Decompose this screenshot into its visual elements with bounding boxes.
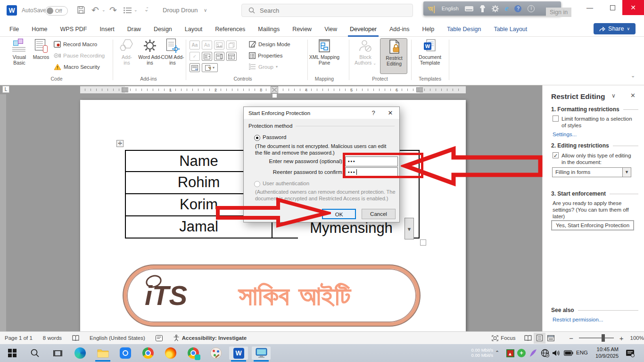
xml-mapping-pane-button[interactable]: XML Mapping Pane [302, 39, 347, 66]
text-predictions-icon[interactable] [156, 335, 163, 341]
tab-layout[interactable]: Layout [185, 26, 203, 33]
tab-table-layout[interactable]: Table Layout [494, 26, 527, 33]
browser-e-icon[interactable]: e [505, 4, 509, 13]
table-move-handle[interactable]: ✛ [116, 140, 124, 147]
collapse-ribbon-icon[interactable]: ⌄ [631, 73, 635, 79]
zoom-in-button[interactable]: + [619, 334, 624, 342]
zoom-percentage[interactable]: 100% [630, 335, 644, 341]
restore-button[interactable] [602, 0, 623, 15]
yes-start-enforcing-button[interactable]: Yes, Start Enforcing Protection [551, 220, 634, 230]
tab-add-ins[interactable]: Add-ins [389, 26, 409, 33]
column-marker-handle[interactable] [272, 93, 277, 98]
tab-help[interactable]: Help [422, 26, 434, 33]
avro-info-icon[interactable]: i [528, 5, 535, 12]
tab-references[interactable]: References [215, 26, 245, 33]
sign-in-label[interactable]: Sign in [546, 8, 571, 17]
select-dropdown-icon[interactable]: ▼ [622, 167, 631, 177]
tab-insert[interactable]: Insert [99, 26, 114, 33]
tab-home[interactable]: Home [32, 26, 47, 33]
search-input[interactable] [260, 7, 392, 14]
table-column-marker[interactable] [416, 87, 423, 92]
vertical-ruler[interactable] [0, 94, 6, 331]
tab-selector[interactable]: L [2, 86, 9, 93]
dropdown-list-control-icon[interactable] [214, 52, 224, 61]
tab-wps-pdf[interactable]: WPS PDF [60, 26, 87, 33]
checkbox-control-icon[interactable]: ✓ [190, 52, 200, 61]
undo-dropdown-icon[interactable]: ⌄ [102, 8, 106, 12]
firefox-icon[interactable] [161, 346, 180, 360]
word-count[interactable]: 8 words [43, 335, 62, 341]
antivirus-tray-icon[interactable]: + [517, 348, 526, 358]
bullets-dropdown-icon[interactable]: ⌄ [134, 8, 138, 12]
dialog-close-icon[interactable]: ✕ [383, 107, 397, 119]
visual-basic-button[interactable]: Visual Basic [8, 39, 31, 66]
clock[interactable]: 10:45 AM 10/9/2025 [595, 346, 619, 359]
user-authentication-label[interactable]: User authentication [263, 181, 309, 186]
building-block-control-icon[interactable] [226, 41, 237, 49]
zoom-out-button[interactable]: − [569, 334, 573, 342]
table-column-marker[interactable] [122, 87, 128, 92]
start-button[interactable] [3, 346, 22, 360]
cancel-button[interactable]: Cancel [362, 209, 396, 219]
macros-button[interactable]: Macros [30, 39, 52, 60]
tray-chevron-up-icon[interactable]: ⌃ [495, 350, 499, 356]
edge-icon[interactable] [71, 346, 90, 360]
page-indicator[interactable]: Page 1 of 1 [5, 335, 33, 341]
settings-link[interactable]: Settings... [553, 132, 577, 137]
search-box[interactable] [241, 4, 413, 17]
com-addins-button[interactable]: COM Add-ins [161, 39, 184, 66]
combo-box-control-icon[interactable] [202, 52, 212, 61]
doc-title-dropdown-icon[interactable]: ∨ [204, 8, 207, 13]
task-view-icon[interactable] [48, 346, 67, 360]
record-macro-button[interactable]: Record Macro [54, 41, 97, 48]
panel-chevron-down-icon[interactable]: ∨ [611, 92, 616, 99]
company-logo[interactable]: iTS সাকিব আইটি [124, 265, 420, 326]
notification-center-icon[interactable] [625, 348, 635, 358]
taskbar-search-icon[interactable] [25, 346, 44, 360]
share-button[interactable]: Share ∨ [594, 23, 636, 34]
design-mode-button[interactable]: Design Mode [249, 41, 290, 48]
restrict-editing-button[interactable]: Restrict Editing [380, 38, 407, 74]
word-taskbar-icon[interactable]: W [229, 346, 248, 360]
avro-keyboard-toolbar[interactable]: অ| English e ? i [423, 1, 561, 16]
screen-recorder-icon[interactable] [116, 346, 135, 360]
display-settings-app-icon[interactable] [252, 346, 271, 360]
panel-close-icon[interactable]: ✕ [630, 92, 636, 99]
avro-skin-icon[interactable] [479, 5, 486, 12]
close-button[interactable]: ✕ [622, 0, 644, 15]
bullet-list-icon[interactable] [124, 7, 132, 14]
macro-security-button[interactable]: Macro Security [54, 64, 100, 70]
keyboard-icon[interactable] [465, 6, 473, 11]
editing-type-select[interactable]: Filling in forms ▼ [552, 167, 623, 177]
user-authentication-radio[interactable] [254, 181, 260, 187]
proofing-icon[interactable] [72, 335, 79, 342]
undo-icon[interactable]: ↶ [91, 5, 99, 16]
read-mode-view-icon[interactable] [522, 333, 534, 344]
print-layout-view-icon[interactable] [534, 333, 545, 344]
volume-icon[interactable] [552, 348, 561, 358]
allow-editing-checkbox[interactable]: ✓ [553, 152, 559, 158]
restrict-permission-link[interactable]: Restrict permission... [553, 317, 603, 322]
tab-view[interactable]: View [324, 26, 337, 33]
tab-developer[interactable]: Developer [350, 26, 377, 33]
save-icon[interactable] [76, 5, 86, 15]
form-field-dropdown-icon[interactable]: ▼ [405, 218, 414, 239]
redo-icon[interactable]: ↷ [109, 5, 117, 16]
tab-review[interactable]: Review [292, 26, 312, 33]
repeating-section-control-icon[interactable] [190, 63, 200, 72]
tab-mailings[interactable]: Mailings [258, 26, 280, 33]
zoom-slider[interactable] [579, 337, 614, 338]
net-speed-meter[interactable]: 0.00 Mbit/s 0.00 Mbit/s [464, 347, 493, 358]
language-tray-indicator[interactable]: ENG [576, 350, 588, 355]
word-addins-button[interactable]: Word Add-ins [138, 39, 162, 66]
chrome-icon[interactable] [139, 346, 157, 360]
more-quick-access-icon[interactable]: ⌄̄ [144, 7, 149, 13]
avro-language-label[interactable]: English [442, 6, 459, 11]
word-logo-icon[interactable]: W [7, 5, 17, 16]
allow-editing-label[interactable]: Allow only this type of editingin the do… [561, 152, 642, 165]
avro-letter-icon[interactable]: অ| [428, 4, 436, 13]
minimize-button[interactable]: — [579, 0, 601, 15]
document-title[interactable]: Droup Droun [163, 7, 198, 14]
language-indicator[interactable]: English (United States) [90, 335, 145, 341]
tab-draw[interactable]: Draw [127, 26, 141, 33]
